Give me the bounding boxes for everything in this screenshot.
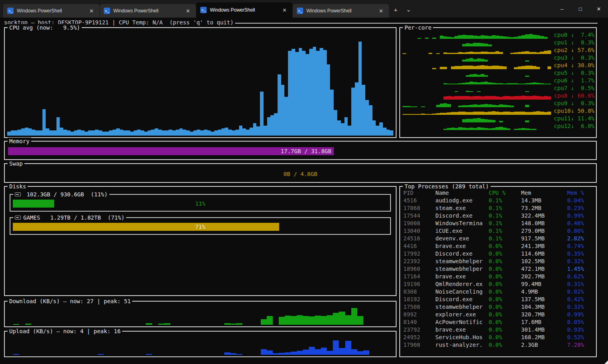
spark-bar <box>507 112 510 115</box>
chart-bar <box>60 128 63 136</box>
maximize-button[interactable]: □ <box>571 0 590 18</box>
spark-bar <box>447 128 451 130</box>
tab-windows-powershell-3[interactable]: >_Windows PowerShell✕ <box>196 2 292 18</box>
chart-bar <box>309 347 315 355</box>
chart-bar <box>383 128 387 136</box>
chart-bar <box>333 340 339 355</box>
spark-bar <box>495 96 499 100</box>
process-row: 8992explorer.exe0.0%320.7MB0.99% <box>403 311 594 318</box>
process-cell-memp: 0.46% <box>567 220 594 227</box>
tab-close-icon[interactable]: ✕ <box>88 8 95 14</box>
disk-c-percent-label: 11% <box>13 200 388 208</box>
disk-games-label: GAMES 1.29TB / 1.82TB (71%) <box>23 214 125 221</box>
memory-gauge-label: 17.7GB / 31.8GB <box>8 147 334 155</box>
spark-bar <box>455 96 458 100</box>
core-row-cpu0: cpu0 ↓ 7.4% <box>403 31 594 39</box>
chart-bar <box>309 316 315 325</box>
chart-bar <box>151 130 155 136</box>
chart-bar <box>285 316 291 325</box>
core-label-cpu4: cpu4 ↓ 30.0% <box>551 62 594 69</box>
core-row-cpu12: cpu12↓ 6.0% <box>403 122 594 130</box>
spark-bar <box>492 35 495 39</box>
core-label-cpu8: cpu8 ↓ 60.6% <box>551 92 594 100</box>
chart-bar <box>67 130 70 136</box>
chart-bar <box>261 349 267 355</box>
resize-grip[interactable] <box>604 360 608 364</box>
chart-bar <box>21 128 25 136</box>
process-cell-pid: 17992 <box>403 250 435 258</box>
chart-bar <box>146 354 152 355</box>
chart-bar <box>256 126 260 136</box>
chart-bar <box>113 130 116 136</box>
chart-bar <box>85 132 88 136</box>
process-cell-mem: 279.0MB <box>521 227 567 235</box>
spark-bar <box>455 112 458 115</box>
process-cell-cpu: 0.0% <box>489 311 521 318</box>
chart-bar <box>25 324 31 325</box>
chart-bar <box>344 117 348 136</box>
core-row-cpu4: cpu4 ↓ 30.0% <box>403 62 594 69</box>
chart-bar <box>334 110 337 136</box>
process-cell-name: brave.exe <box>435 273 489 280</box>
spark-bar <box>536 35 540 39</box>
chart-bar <box>77 130 81 136</box>
process-cell-name: QmlRenderer.ex <box>435 280 489 288</box>
spark-bar <box>469 128 473 130</box>
chart-bar <box>379 122 383 136</box>
tab-dropdown-button[interactable]: ⌄ <box>402 3 415 16</box>
chart-bar <box>327 64 330 136</box>
spark-bar <box>518 96 521 100</box>
spark-bar <box>458 35 462 39</box>
spark-bar <box>525 128 529 130</box>
spark-bar <box>518 112 521 115</box>
chart-bar <box>345 315 351 325</box>
spark-bar <box>488 120 491 122</box>
close-button[interactable]: ✕ <box>590 0 608 18</box>
tab-windows-powershell-2[interactable]: >_Windows PowerShell✕ <box>100 4 196 18</box>
chart-bar <box>267 117 271 136</box>
window-controls: – □ ✕ <box>553 0 608 18</box>
core-row-cpu7: cpu7 ↓ 0.5% <box>403 84 594 92</box>
spark-bar <box>488 96 491 100</box>
chart-bar <box>274 113 278 136</box>
spark-bar <box>503 128 507 130</box>
process-cell-name: NoiseCanceling <box>435 288 489 296</box>
chart-bar <box>11 130 14 136</box>
chart-bar <box>158 324 164 325</box>
chart-bar <box>228 130 232 136</box>
tab-close-icon[interactable]: ✕ <box>281 7 288 13</box>
core-sparkline-cpu0 <box>403 31 551 39</box>
chart-bar <box>376 126 379 136</box>
tab-windows-powershell-4[interactable]: >_Windows PowerShell✕ <box>293 4 389 18</box>
tab-close-icon[interactable]: ✕ <box>377 8 385 14</box>
spark-bar <box>529 34 533 39</box>
new-tab-button[interactable]: + <box>389 3 402 16</box>
process-row: 23792brave.exe0.0%301.4MB0.93% <box>403 326 594 334</box>
spark-bar <box>495 66 499 69</box>
spark-bar <box>473 128 477 130</box>
chart-bar <box>264 126 267 136</box>
spark-bar <box>455 66 458 69</box>
core-label-cpu2: cpu2 ↓ 57.6% <box>551 46 594 54</box>
upload-chart <box>7 336 393 355</box>
chart-bar <box>279 353 285 355</box>
chart-bar <box>239 126 243 136</box>
spark-bar <box>462 96 466 100</box>
chart-bar <box>363 350 369 355</box>
spark-bar <box>466 43 469 46</box>
chart-bar <box>95 130 99 136</box>
process-cell-mem: 168.2MB <box>521 334 567 341</box>
chart-bar <box>339 348 345 355</box>
chart-bar <box>74 130 78 136</box>
per-core-panel: Per-core cpu0 ↓ 7.4%cpu1 ↓ 0.3%cpu2 ↓ 57… <box>399 27 597 138</box>
disk-games-gauge: 71% <box>13 223 388 231</box>
tab-close-icon[interactable]: ✕ <box>184 8 192 14</box>
spark-bar <box>540 112 544 115</box>
core-label-cpu0: cpu0 ↓ 7.4% <box>551 31 594 39</box>
spark-bar <box>440 104 443 107</box>
spark-bar <box>458 96 462 100</box>
tab-windows-powershell-1[interactable]: >_Windows PowerShell✕ <box>3 4 99 18</box>
spark-bar <box>466 59 469 62</box>
disk-c-gauge: 11% <box>13 200 388 208</box>
minimize-button[interactable]: – <box>553 0 571 18</box>
